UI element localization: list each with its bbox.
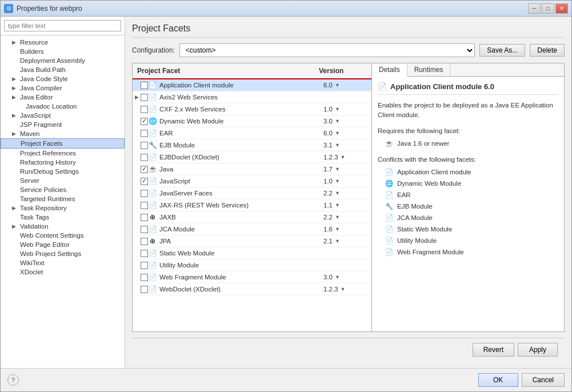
- sidebar-item-java-editor[interactable]: ▶ Java Editor: [1, 93, 125, 102]
- expand-spacer: [135, 106, 141, 112]
- titlebar-left: ⚙ Properties for webpro: [4, 4, 82, 13]
- sidebar-item-xdoclet[interactable]: XDoclet: [1, 267, 125, 277]
- sidebar-item-project-references[interactable]: Project References: [1, 149, 125, 158]
- minimize-button[interactable]: ─: [528, 3, 541, 14]
- facet-checkbox[interactable]: [141, 106, 148, 113]
- facet-checkbox[interactable]: [141, 214, 148, 221]
- sidebar-item-task-tags[interactable]: Task Tags: [1, 213, 125, 222]
- sidebar-item-refactoring-history[interactable]: Refactoring History: [1, 158, 125, 167]
- version-dropdown-icon[interactable]: ▼: [335, 82, 340, 88]
- facet-checkbox[interactable]: [141, 274, 148, 281]
- facet-row[interactable]: ⊕ JPA 2.1 ▼: [133, 235, 371, 247]
- sidebar-item-targeted-runtimes[interactable]: Targeted Runtimes: [1, 194, 125, 203]
- search-input[interactable]: [4, 20, 121, 31]
- sidebar-item-validation[interactable]: ▶ Validation: [1, 222, 125, 231]
- sidebar-item-java-build-path[interactable]: Java Build Path: [1, 65, 125, 74]
- configuration-select[interactable]: <custom>: [179, 43, 475, 57]
- facet-row[interactable]: 📄 Web Fragment Module 3.0 ▼: [133, 271, 371, 283]
- facet-checkbox[interactable]: [141, 286, 148, 293]
- facet-row[interactable]: 📄 JavaScript 1.0 ▼: [133, 175, 371, 187]
- facet-row[interactable]: 📄 WebDoclet (XDoclet) 1.2.3 ▼: [133, 283, 371, 295]
- facet-row[interactable]: 📄 Utility Module: [133, 259, 371, 271]
- version-dropdown-icon[interactable]: ▼: [335, 106, 340, 112]
- sidebar-item-java-code-style[interactable]: ▶ Java Code Style: [1, 74, 125, 83]
- sidebar-item-web-project-settings[interactable]: Web Project Settings: [1, 249, 125, 258]
- cancel-button[interactable]: Cancel: [522, 373, 565, 387]
- sidebar-item-maven[interactable]: ▶ Maven: [1, 129, 125, 138]
- facet-row[interactable]: 📄 EAR 6.0 ▼: [133, 127, 371, 139]
- version-dropdown-icon[interactable]: ▼: [335, 190, 340, 196]
- facet-row[interactable]: 📄 Application Client module 6.0 ▼: [133, 79, 371, 91]
- save-as-button[interactable]: Save As...: [479, 44, 525, 57]
- facet-row[interactable]: 📄 JAX-RS (REST Web Services) 1.1 ▼: [133, 199, 371, 211]
- sidebar-item-resource[interactable]: ▶ Resource: [1, 38, 125, 47]
- sidebar-item-javadoc-location[interactable]: Javadoc Location: [1, 102, 125, 111]
- facet-checkbox[interactable]: [141, 262, 148, 269]
- facet-checkbox[interactable]: [141, 226, 148, 233]
- sidebar-item-label: Java Compiler: [20, 85, 62, 91]
- doc-icon: 📄: [148, 249, 157, 258]
- facet-row[interactable]: 📄 JavaServer Faces 2.2 ▼: [133, 187, 371, 199]
- facet-checkbox[interactable]: [141, 142, 148, 149]
- version-dropdown-icon[interactable]: ▼: [335, 202, 340, 208]
- version-dropdown-icon[interactable]: ▼: [335, 214, 340, 220]
- facet-version: 1.2.3 ▼: [323, 154, 369, 161]
- version-dropdown-icon[interactable]: ▼: [335, 226, 340, 232]
- version-dropdown-icon[interactable]: ▼: [335, 238, 340, 244]
- facet-checkbox[interactable]: [141, 154, 148, 161]
- revert-button[interactable]: Revert: [473, 343, 514, 357]
- facet-checkbox[interactable]: [141, 190, 148, 197]
- tab-runtimes[interactable]: Runtimes: [407, 63, 451, 76]
- sidebar-item-server[interactable]: Server: [1, 176, 125, 185]
- version-dropdown-icon[interactable]: ▼: [335, 166, 340, 172]
- facet-checkbox[interactable]: [141, 250, 148, 257]
- version-dropdown-icon[interactable]: ▼: [335, 274, 340, 280]
- facet-row[interactable]: 📄 EJBDoclet (XDoclet) 1.2.3 ▼: [133, 151, 371, 163]
- expand-spacer: [135, 190, 141, 196]
- sidebar-item-run-debug-settings[interactable]: Run/Debug Settings: [1, 167, 125, 176]
- version-dropdown-icon[interactable]: ▼: [335, 142, 340, 148]
- facet-checkbox[interactable]: [141, 166, 148, 173]
- sidebar-item-javascript[interactable]: ▶ JavaScript: [1, 111, 125, 120]
- facet-row[interactable]: 📄 JCA Module 1.6 ▼: [133, 223, 371, 235]
- expand-arrow-icon[interactable]: ▶: [135, 94, 141, 100]
- facet-checkbox[interactable]: [141, 94, 148, 101]
- facet-row[interactable]: ☕ Java 1.7 ▼: [133, 163, 371, 175]
- facet-checkbox[interactable]: [141, 130, 148, 137]
- doc-icon: 📄: [385, 236, 394, 245]
- sidebar-item-service-policies[interactable]: Service Policies: [1, 185, 125, 194]
- sidebar-item-builders[interactable]: Builders: [1, 47, 125, 56]
- sidebar-item-deployment-assembly[interactable]: Deployment Assembly: [1, 56, 125, 65]
- facet-checkbox[interactable]: [141, 118, 148, 125]
- sidebar-item-wikitext[interactable]: WikiText: [1, 258, 125, 267]
- tab-details[interactable]: Details: [372, 63, 407, 77]
- ok-button[interactable]: OK: [478, 373, 518, 387]
- facet-row[interactable]: 🔧 EJB Module 3.1 ▼: [133, 139, 371, 151]
- facet-row[interactable]: 📄 CXF 2.x Web Services 1.0 ▼: [133, 103, 371, 115]
- facet-checkbox[interactable]: [141, 178, 148, 185]
- version-dropdown-icon[interactable]: ▼: [335, 130, 340, 136]
- version-dropdown-icon[interactable]: ▼: [341, 154, 346, 160]
- facet-row[interactable]: 📄 Static Web Module: [133, 247, 371, 259]
- sidebar-item-web-page-editor[interactable]: Web Page Editor: [1, 240, 125, 249]
- version-dropdown-icon[interactable]: ▼: [341, 286, 346, 292]
- apply-button[interactable]: Apply: [518, 343, 558, 357]
- delete-button[interactable]: Delete: [530, 44, 565, 57]
- facet-checkbox[interactable]: [141, 238, 148, 245]
- facet-row[interactable]: ▶ 📄 Axis2 Web Services: [133, 91, 371, 103]
- sidebar-item-label: XDoclet: [20, 269, 43, 275]
- facet-checkbox[interactable]: [141, 82, 148, 89]
- close-button[interactable]: ✕: [555, 3, 568, 14]
- maximize-button[interactable]: □: [542, 3, 554, 14]
- sidebar-item-project-facets[interactable]: Project Facets: [1, 138, 125, 149]
- version-dropdown-icon[interactable]: ▼: [335, 178, 340, 184]
- facet-row[interactable]: ⊕ JAXB 2.2 ▼: [133, 211, 371, 223]
- facet-row[interactable]: 🌐 Dynamic Web Module 3.0 ▼: [133, 115, 371, 127]
- help-button[interactable]: ?: [7, 374, 19, 386]
- sidebar-item-java-compiler[interactable]: ▶ Java Compiler: [1, 83, 125, 93]
- sidebar-item-task-repository[interactable]: ▶ Task Repository: [1, 203, 125, 213]
- sidebar-item-jsp-fragment[interactable]: JSP Fragment: [1, 120, 125, 129]
- sidebar-item-web-content-settings[interactable]: Web Content Settings: [1, 231, 125, 240]
- facet-checkbox[interactable]: [141, 202, 148, 209]
- version-dropdown-icon[interactable]: ▼: [335, 118, 340, 124]
